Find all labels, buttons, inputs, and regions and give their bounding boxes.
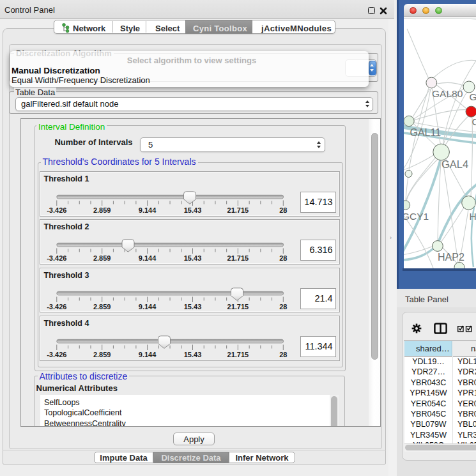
svg-text:21.715: 21.715: [227, 303, 249, 311]
svg-text:GAL4: GAL4: [441, 158, 468, 170]
svg-text:GCY1: GCY1: [404, 211, 429, 222]
svg-text:HAP2: HAP2: [438, 252, 464, 263]
svg-text:15.43: 15.43: [184, 351, 202, 358]
svg-text:GA: GA: [470, 91, 476, 102]
svg-text:2.859: 2.859: [93, 254, 111, 262]
svg-text:15.43: 15.43: [184, 303, 202, 311]
svg-text:GAL80: GAL80: [432, 88, 463, 99]
svg-text:28: 28: [279, 351, 287, 358]
svg-text:2.859: 2.859: [93, 303, 111, 311]
svg-text:21.715: 21.715: [227, 254, 249, 262]
svg-text:21.715: 21.715: [227, 351, 249, 358]
svg-text:15.43: 15.43: [184, 254, 202, 262]
svg-text:21.715: 21.715: [227, 206, 249, 214]
svg-text:28: 28: [279, 206, 287, 214]
svg-text:15.43: 15.43: [184, 206, 202, 214]
svg-text:28: 28: [279, 303, 287, 311]
svg-text:CC: CC: [472, 116, 476, 127]
svg-text:2.859: 2.859: [93, 351, 111, 358]
svg-text:9.144: 9.144: [139, 254, 157, 262]
svg-text:-3.426: -3.426: [47, 303, 66, 311]
svg-text:2.859: 2.859: [93, 206, 111, 214]
svg-text:GAL11: GAL11: [410, 127, 441, 138]
svg-text:9.144: 9.144: [139, 303, 157, 311]
svg-text:-3.426: -3.426: [47, 254, 66, 262]
svg-text:H: H: [470, 211, 476, 222]
svg-text:-3.426: -3.426: [47, 206, 66, 214]
svg-text:9.144: 9.144: [139, 351, 157, 358]
svg-text:-3.426: -3.426: [47, 351, 66, 358]
svg-text:28: 28: [279, 254, 287, 262]
svg-text:9.144: 9.144: [139, 206, 157, 214]
